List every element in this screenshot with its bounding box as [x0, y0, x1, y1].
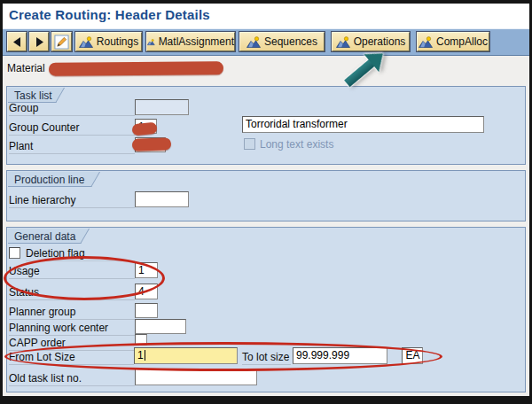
old-task-list-no-label: Old task list no. [9, 371, 135, 386]
group-field[interactable] [135, 99, 189, 115]
person-icon [79, 36, 93, 48]
deletion-flag-label: Deletion flag [26, 246, 135, 261]
sequences-button-label: Sequences [264, 35, 317, 48]
from-lot-size-label: From Lot Size [9, 350, 134, 365]
display-change-button[interactable] [51, 32, 72, 51]
next-screen-button[interactable] [29, 32, 49, 51]
usage-label: Usage [9, 264, 135, 279]
screenshot-frame: Create Routing: Header Details Routings … [0, 0, 532, 404]
person-icon [419, 36, 433, 48]
deletion-flag-checkbox[interactable] [9, 247, 20, 259]
previous-screen-button[interactable] [7, 32, 27, 51]
routings-button[interactable]: Routings [75, 32, 142, 51]
usage-field[interactable]: 1 [135, 262, 158, 278]
planning-work-center-label: Planning work center [9, 321, 135, 336]
routings-button-label: Routings [97, 35, 138, 48]
general-data-tab-label: General data [14, 230, 75, 243]
planning-work-center-field[interactable] [135, 319, 186, 334]
plant-field[interactable] [135, 137, 166, 152]
person-icon [336, 36, 350, 48]
task-list-description-field[interactable]: Torroridal transformer [242, 116, 484, 133]
person-icon [147, 36, 155, 48]
to-lot-size-label: To lot size [242, 350, 291, 365]
general-data-tab: General data [8, 229, 90, 244]
task-list-tab-label: Task list [14, 89, 52, 102]
page-title: Create Routing: Header Details [9, 7, 210, 22]
capp-order-field[interactable] [135, 334, 147, 346]
material-label: Material [7, 62, 45, 74]
operations-button[interactable]: Operations [332, 32, 410, 51]
group-label: Group [9, 101, 135, 116]
group-counter-label: Group Counter [9, 120, 135, 136]
to-lot-size-field[interactable]: 99.999.999 [293, 347, 387, 364]
long-text-exists-checkbox[interactable] [244, 138, 255, 150]
sequences-button[interactable]: Sequences [239, 32, 325, 51]
status-label: Status [9, 285, 135, 300]
person-icon [246, 36, 261, 48]
planner-group-field[interactable] [135, 303, 158, 318]
production-line-tab: Production line [8, 172, 100, 187]
edit-icon [54, 35, 69, 50]
line-hierarchy-label: Line hierarchy [9, 193, 135, 208]
unit-field[interactable]: EA [402, 347, 423, 364]
comp-alloc-button[interactable]: CompAlloc [417, 32, 489, 51]
planner-group-label: Planner group [9, 305, 135, 320]
long-text-exists-label: Long text exists [260, 138, 333, 151]
previous-icon [13, 37, 21, 47]
text-cursor [145, 350, 145, 361]
operations-button-label: Operations [354, 35, 406, 48]
comp-alloc-button-label: CompAlloc [436, 35, 488, 48]
next-icon [35, 37, 43, 47]
capp-order-label: CAPP order [9, 336, 135, 351]
material-description-peek: Torroidal transformer [99, 66, 189, 76]
status-field[interactable]: 4 [135, 284, 158, 299]
from-lot-size-field[interactable]: 1 [134, 347, 238, 364]
group-counter-field[interactable]: 1 [135, 119, 157, 134]
plant-label: Plant [9, 139, 135, 154]
production-line-tab-label: Production line [14, 174, 84, 186]
line-hierarchy-field[interactable] [135, 191, 189, 207]
matl-assignment-button-label: MatlAssignment [159, 35, 234, 48]
matl-assignment-button[interactable]: MatlAssignment [146, 32, 235, 51]
old-task-list-no-field[interactable] [135, 369, 257, 385]
